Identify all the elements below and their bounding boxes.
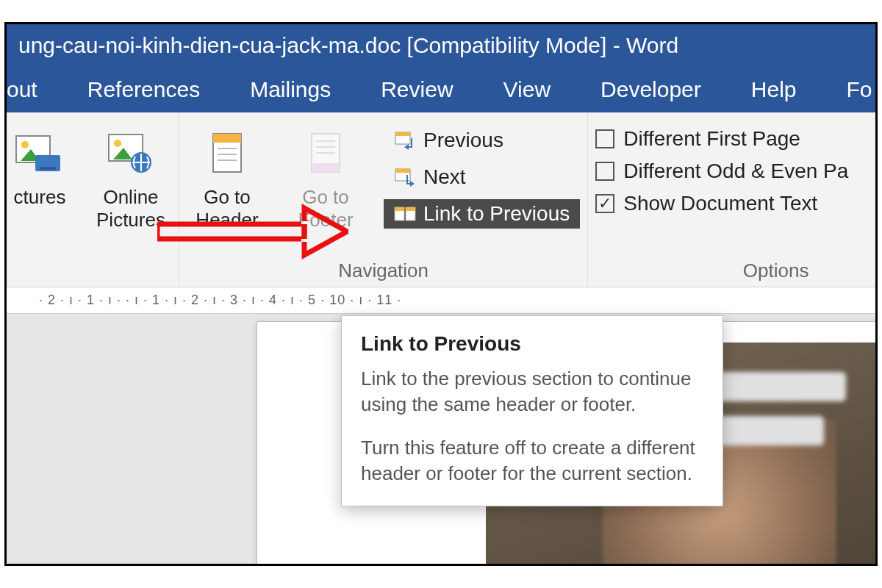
app-frame: ung-cau-noi-kinh-dien-cua-jack-ma.doc [C…: [4, 22, 878, 566]
goto-footer-button[interactable]: Go to Footer: [285, 123, 366, 232]
tab-layout[interactable]: out: [7, 77, 37, 102]
online-pictures-label-1: Online: [103, 186, 158, 209]
svg-rect-10: [213, 134, 241, 143]
navigation-group-label: Navigation: [187, 259, 580, 282]
previous-button[interactable]: Previous: [384, 126, 580, 155]
show-document-text-label: Show Document Text: [623, 192, 817, 215]
svg-rect-28: [406, 207, 415, 211]
svg-rect-4: [40, 167, 56, 170]
online-pictures-button[interactable]: Online Pictures: [90, 123, 171, 232]
tab-developer[interactable]: Developer: [600, 77, 701, 102]
title-bar: ung-cau-noi-kinh-dien-cua-jack-ma.doc [C…: [7, 24, 875, 67]
online-pictures-icon: [105, 127, 157, 179]
previous-label: Previous: [423, 129, 503, 152]
different-first-page-label: Different First Page: [623, 127, 800, 151]
goto-footer-label-2: Footer: [298, 209, 353, 232]
checkbox-checked-icon: ✓: [595, 194, 614, 213]
ribbon-tabs: out References Mailings Review View Deve…: [7, 67, 875, 112]
svg-point-1: [21, 141, 29, 148]
svg-marker-24: [410, 181, 415, 187]
checkbox-icon: [595, 129, 614, 148]
ribbon: ctures Online Pictures Go: [7, 112, 875, 287]
svg-rect-18: [312, 163, 340, 172]
goto-footer-icon: [300, 127, 351, 179]
tooltip-link-to-previous: Link to Previous Link to the previous se…: [341, 315, 723, 506]
pictures-label: ctures: [14, 186, 66, 209]
pictures-button[interactable]: ctures: [7, 123, 73, 209]
svg-rect-23: [395, 169, 410, 173]
goto-header-label-1: Go to: [204, 186, 251, 209]
tab-references[interactable]: References: [87, 77, 200, 102]
options-group-label: Options: [595, 259, 868, 282]
show-document-text-checkbox[interactable]: ✓ Show Document Text: [595, 192, 848, 215]
ruler-marks: · 2 · ı · 1 · ı · · ı · 1 · ı · 2 · ı · …: [39, 293, 401, 308]
goto-header-button[interactable]: Go to Header: [187, 123, 268, 232]
next-label: Next: [423, 165, 466, 189]
next-icon: [394, 168, 416, 187]
goto-header-label-2: Header: [196, 209, 258, 232]
svg-marker-21: [404, 144, 409, 150]
pictures-icon: [14, 127, 65, 179]
link-to-previous-icon: [394, 204, 416, 223]
ruler[interactable]: · 2 · ı · 1 · ı · · ı · 1 · ı · 2 · ı · …: [7, 287, 875, 314]
next-button[interactable]: Next: [384, 162, 580, 192]
tooltip-paragraph-1: Link to the previous section to continue…: [361, 366, 703, 417]
tab-view[interactable]: View: [503, 77, 551, 102]
tooltip-paragraph-2: Turn this feature off to create a differ…: [361, 435, 703, 487]
svg-rect-26: [395, 207, 404, 211]
different-odd-even-checkbox[interactable]: Different Odd & Even Pa: [595, 159, 848, 183]
tab-format-partial[interactable]: Fo: [847, 77, 872, 102]
tab-help[interactable]: Help: [751, 77, 797, 102]
link-to-previous-label: Link to Previous: [423, 202, 570, 226]
tab-review[interactable]: Review: [381, 77, 453, 102]
svg-rect-20: [395, 132, 410, 136]
different-odd-even-label: Different Odd & Even Pa: [623, 159, 848, 183]
tab-mailings[interactable]: Mailings: [250, 77, 331, 102]
tooltip-title: Link to Previous: [361, 332, 703, 356]
goto-footer-label-1: Go to: [302, 186, 349, 209]
online-pictures-label-2: Pictures: [96, 209, 165, 232]
title-text: ung-cau-noi-kinh-dien-cua-jack-ma.doc [C…: [18, 33, 678, 58]
goto-header-icon: [201, 127, 253, 179]
different-first-page-checkbox[interactable]: Different First Page: [595, 127, 848, 151]
checkbox-icon: [595, 162, 614, 181]
previous-icon: [394, 131, 416, 150]
illustrations-group-label: [7, 259, 171, 282]
link-to-previous-button[interactable]: Link to Previous: [384, 199, 580, 229]
svg-point-6: [114, 140, 121, 147]
